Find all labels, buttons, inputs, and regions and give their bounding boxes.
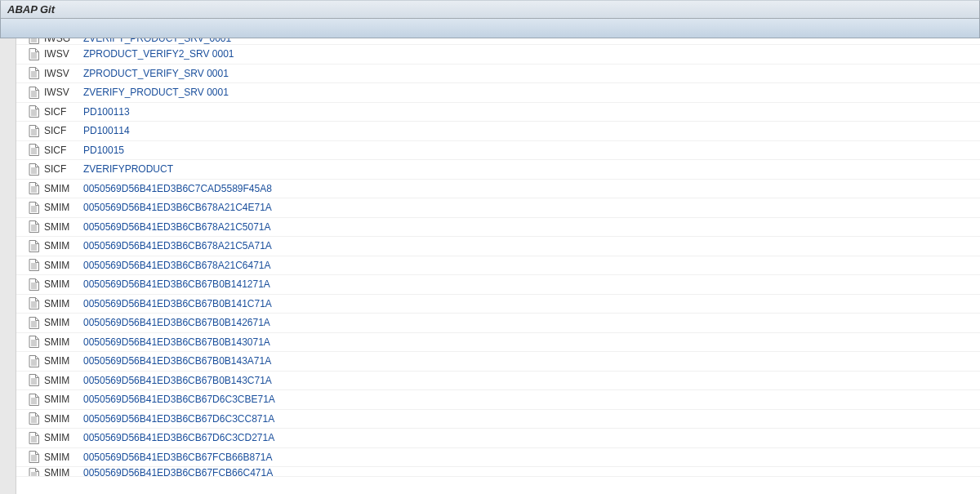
content: IWSGZVERIFY_PRODUCT_SRV_0001 IWSVZPRODUC… [0, 38, 980, 494]
list-item: SMIM0050569D56B41ED3B6CB678A21C5A71A [16, 237, 980, 256]
document-icon [28, 393, 39, 406]
object-type: SICF [44, 125, 83, 136]
list-item: SMIM0050569D56B41ED3B6CB67FCB66C471A [16, 467, 980, 477]
object-name-link[interactable]: 0050569D56B41ED3B6CB678A21C6471A [83, 260, 271, 271]
list-item: SMIM0050569D56B41ED3B6CB678A21C5071A [16, 218, 980, 238]
document-icon [28, 412, 39, 425]
window-titlebar: ABAP Git [0, 0, 980, 19]
document-icon [28, 336, 39, 349]
object-name-link[interactable]: 0050569D56B41ED3B6CB67FCB66B871A [83, 452, 273, 463]
object-name-link[interactable]: PD10015 [83, 145, 124, 156]
object-name-link[interactable]: 0050569D56B41ED3B6CB67D6C3CC871A [83, 413, 274, 425]
document-icon [28, 47, 39, 60]
object-name-link[interactable]: ZPRODUCT_VERIFY_SRV 0001 [83, 68, 229, 79]
list-item: IWSVZPRODUCT_VERIFY_SRV 0001 [16, 65, 980, 84]
list-item: SMIM0050569D56B41ED3B6CB67B0B141271A [16, 275, 980, 295]
object-type: SICF [44, 106, 83, 118]
object-name-link[interactable]: 0050569D56B41ED3B6CB678A21C5071A [83, 221, 271, 233]
list-item: SMIM0050569D56B41ED3B6CB678A21C6471A [16, 256, 980, 276]
list-item: SICFZVERIFYPRODUCT [16, 160, 980, 180]
left-gutter [0, 38, 16, 494]
object-type: SMIM [44, 260, 83, 271]
object-type: SMIM [44, 298, 83, 309]
object-type: SMIM [44, 467, 83, 477]
document-icon [28, 144, 39, 157]
object-type: SMIM [44, 278, 83, 290]
object-name-link[interactable]: ZVERIFY_PRODUCT_SRV 0001 [83, 87, 229, 98]
object-list: IWSGZVERIFY_PRODUCT_SRV_0001 IWSVZPRODUC… [16, 38, 980, 494]
document-icon [28, 354, 39, 367]
object-type: IWSG [44, 38, 83, 44]
list-item: IWSGZVERIFY_PRODUCT_SRV_0001 [16, 38, 980, 45]
list-item: SMIM0050569D56B41ED3B6C7CAD5589F45A8 [16, 180, 980, 199]
object-name-link[interactable]: ZPRODUCT_VERIFY2_SRV 0001 [83, 48, 234, 60]
object-name-link[interactable]: ZVERIFY_PRODUCT_SRV_0001 [83, 38, 231, 44]
list-item: SMIM0050569D56B41ED3B6CB67B0B142671A [16, 314, 980, 333]
document-icon [28, 201, 39, 214]
window-title: ABAP Git [7, 3, 55, 16]
document-icon [28, 297, 39, 310]
object-name-link[interactable]: 0050569D56B41ED3B6CB67B0B141271A [83, 278, 270, 290]
object-type: SICF [44, 145, 83, 156]
document-icon [28, 239, 39, 252]
object-type: IWSV [44, 68, 83, 79]
list-item: SICFPD100114 [16, 122, 980, 141]
toolbar [0, 19, 980, 38]
document-icon [28, 259, 39, 272]
object-type: SMIM [44, 375, 83, 386]
document-icon [28, 220, 39, 234]
list-item: SMIM0050569D56B41ED3B6CB67FCB66B871A [16, 448, 980, 468]
document-icon [28, 431, 39, 444]
object-type: SMIM [44, 202, 83, 213]
object-name-link[interactable]: 0050569D56B41ED3B6CB67B0B143C71A [83, 375, 272, 386]
document-icon [28, 467, 39, 477]
list-item: SMIM0050569D56B41ED3B6CB67D6C3CC871A [16, 410, 980, 429]
list-item: SMIM0050569D56B41ED3B6CB67D6C3CBE71A [16, 390, 980, 410]
object-type: SMIM [44, 221, 83, 233]
document-icon [28, 86, 39, 99]
object-name-link[interactable]: 0050569D56B41ED3B6CB67B0B141C71A [83, 298, 272, 309]
document-icon [28, 67, 39, 80]
object-name-link[interactable]: ZVERIFYPRODUCT [83, 163, 173, 175]
object-type: SMIM [44, 336, 83, 348]
list-item: SICFPD100113 [16, 103, 980, 122]
list-item: IWSVZVERIFY_PRODUCT_SRV 0001 [16, 83, 980, 103]
object-name-link[interactable]: PD100114 [83, 125, 130, 136]
object-name-link[interactable]: 0050569D56B41ED3B6CB67B0B142671A [83, 317, 270, 328]
object-name-link[interactable]: 0050569D56B41ED3B6CB678A21C4E71A [83, 202, 272, 213]
document-icon [28, 38, 39, 44]
object-type: SMIM [44, 183, 83, 194]
object-type: SMIM [44, 413, 83, 425]
list-item: SMIM0050569D56B41ED3B6CB67B0B143C71A [16, 372, 980, 391]
list-item: SMIM0050569D56B41ED3B6CB67B0B143A71A [16, 352, 980, 372]
object-type: SMIM [44, 432, 83, 443]
object-name-link[interactable]: 0050569D56B41ED3B6CB67FCB66C471A [83, 467, 273, 477]
document-icon [28, 278, 39, 291]
object-type: SICF [44, 163, 83, 175]
object-name-link[interactable]: 0050569D56B41ED3B6CB67B0B143071A [83, 336, 270, 348]
object-name-link[interactable]: 0050569D56B41ED3B6C7CAD5589F45A8 [83, 183, 272, 194]
object-type: SMIM [44, 240, 83, 251]
document-icon [28, 105, 39, 118]
list-item: SMIM0050569D56B41ED3B6CB67B0B141C71A [16, 295, 980, 314]
document-icon [28, 374, 39, 387]
object-type: SMIM [44, 452, 83, 463]
list-item: SICFPD10015 [16, 141, 980, 161]
document-icon [28, 182, 39, 195]
list-item: IWSVZPRODUCT_VERIFY2_SRV 0001 [16, 45, 980, 65]
document-icon [28, 316, 39, 329]
object-name-link[interactable]: 0050569D56B41ED3B6CB67B0B143A71A [83, 355, 271, 367]
object-type: SMIM [44, 317, 83, 328]
object-name-link[interactable]: PD100113 [83, 106, 130, 118]
object-type: SMIM [44, 355, 83, 367]
object-name-link[interactable]: 0050569D56B41ED3B6CB67D6C3CD271A [83, 432, 274, 443]
object-name-link[interactable]: 0050569D56B41ED3B6CB67D6C3CBE71A [83, 394, 275, 405]
object-name-link[interactable]: 0050569D56B41ED3B6CB678A21C5A71A [83, 240, 272, 251]
document-icon [28, 162, 39, 176]
object-type: IWSV [44, 87, 83, 98]
document-icon [28, 451, 39, 464]
list-item: SMIM0050569D56B41ED3B6CB67D6C3CD271A [16, 429, 980, 448]
list-item: SMIM0050569D56B41ED3B6CB678A21C4E71A [16, 198, 980, 218]
object-type: SMIM [44, 394, 83, 405]
object-type: IWSV [44, 48, 83, 60]
